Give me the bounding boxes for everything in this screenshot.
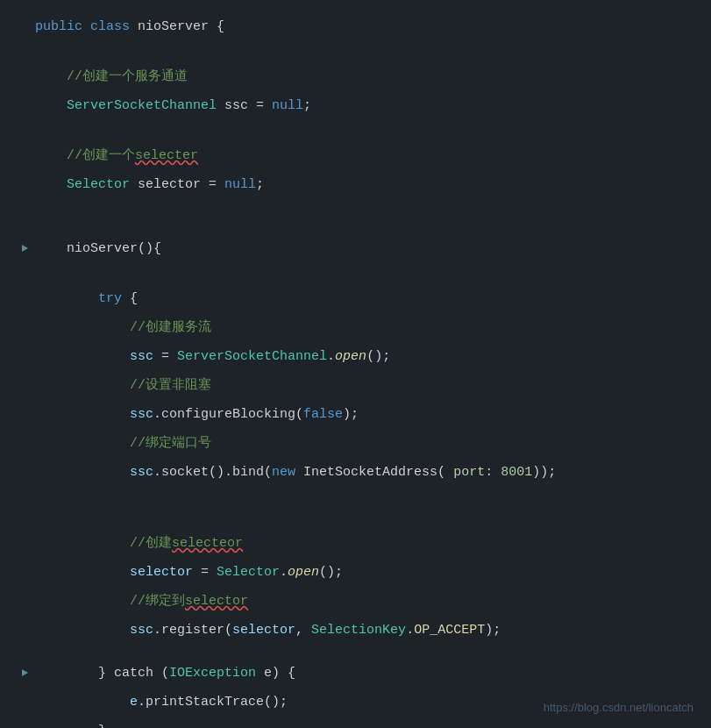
code-line xyxy=(0,38,711,59)
code-line xyxy=(0,217,711,238)
code-content: public class nioServer { //创建一个服务通道 Serv… xyxy=(0,9,711,728)
code-editor: public class nioServer { //创建一个服务通道 Serv… xyxy=(0,0,711,728)
code-line: ssc.register(selector, SelectionKey.OP_A… xyxy=(0,612,711,641)
code-line: } catch (IOException e) { xyxy=(0,662,711,684)
code-line: public class nioServer { xyxy=(0,9,711,38)
code-line xyxy=(0,483,711,504)
code-line: ssc = ServerSocketChannel.open(); xyxy=(0,339,711,368)
code-line: selector = Selector.open(); xyxy=(0,554,711,583)
code-line: //创建一个服务通道 xyxy=(0,59,711,88)
code-line: //设置非阻塞 xyxy=(0,368,711,396)
code-line xyxy=(0,260,711,281)
code-line xyxy=(0,196,711,217)
code-line: ssc.socket().bind(new InetSocketAddress(… xyxy=(0,454,711,483)
code-line: Selector selector = null; xyxy=(0,167,711,196)
code-line: ssc.configureBlocking(false); xyxy=(0,396,711,425)
code-line: //创建一个selecter xyxy=(0,138,711,167)
code-line xyxy=(0,504,711,525)
code-line: //创建selecteor xyxy=(0,525,711,554)
code-line xyxy=(0,117,711,138)
code-line: nioServer(){ xyxy=(0,238,711,260)
code-line: //绑定端口号 xyxy=(0,425,711,454)
code-line: //绑定到selector xyxy=(0,583,711,612)
code-line xyxy=(0,641,711,662)
code-line: try { xyxy=(0,281,711,310)
watermark: https://blog.csdn.net/lioncatch xyxy=(544,699,693,717)
code-line: ServerSocketChannel ssc = null; xyxy=(0,88,711,117)
code-line: //创建服务流 xyxy=(0,310,711,339)
